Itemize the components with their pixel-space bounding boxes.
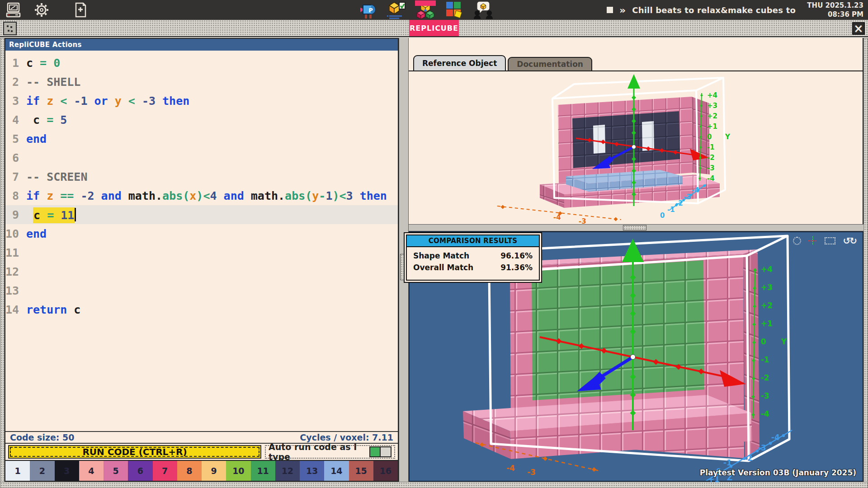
palette-swatch-5[interactable]: 5 — [104, 461, 128, 481]
code-line-9[interactable]: 9 c = 11 — [5, 205, 398, 224]
line-number: 7 — [5, 170, 26, 183]
palette-swatch-9[interactable]: 9 — [202, 461, 226, 481]
palette-swatch-3[interactable]: 3 — [55, 461, 79, 481]
axis-tick-label: +3 — [761, 283, 773, 292]
comparison-rows: Shape Match96.16%Overall Match91.36% — [407, 247, 539, 280]
line-number: 4 — [5, 113, 26, 127]
line-number: 13 — [5, 284, 26, 297]
axis-tick-label: +4 — [761, 265, 773, 274]
code-line-8[interactable]: 8if z == -2 and math.abs(x)<4 and math.a… — [5, 186, 398, 205]
palette-swatch-15[interactable]: 15 — [349, 461, 373, 481]
palette-swatch-2[interactable]: 2 — [30, 461, 54, 481]
code-line-11[interactable]: 11 — [5, 243, 398, 262]
verified-cube-icon[interactable] — [387, 0, 406, 19]
code-line-7[interactable]: 7-- SCREEN — [5, 167, 398, 186]
axis-tick-label: +1 — [761, 319, 773, 328]
editor-header: RepliCUBE Actions — [5, 39, 398, 51]
close-icon[interactable]: × — [852, 22, 865, 35]
horizontal-splitter[interactable] — [409, 224, 863, 231]
run-code-button[interactable]: RUN CODE (CTRL+R) — [8, 445, 261, 459]
axis-tick-label: +2 — [707, 112, 717, 120]
line-number: 10 — [5, 227, 26, 240]
code-line-3[interactable]: 3if z < -1 or y < -3 then — [5, 91, 398, 110]
axis-tick-label: +3 — [707, 102, 717, 110]
palette-swatch-1[interactable]: 1 — [5, 461, 30, 481]
code-line-12[interactable]: 12 — [5, 262, 398, 281]
palette-swatch-7[interactable]: 7 — [153, 461, 177, 481]
compare-row: Overall Match91.36% — [407, 262, 539, 273]
axis-tick-label: -4 — [692, 186, 699, 194]
code-line-4[interactable]: 4 c = 5 — [5, 110, 398, 129]
replicube-app-icon[interactable] — [416, 0, 435, 19]
color-palette: 12345678910111213141516 — [5, 460, 398, 481]
axis-tick-label: Y — [725, 133, 730, 141]
palette-swatch-4[interactable]: 4 — [79, 461, 104, 481]
move-axes-icon[interactable] — [808, 236, 817, 245]
window-icon[interactable] — [3, 22, 17, 35]
palette-swatch-10[interactable]: 10 — [226, 461, 250, 481]
axis-tick-label: -1 — [761, 355, 769, 364]
code-line-1[interactable]: 1c = 0 — [5, 53, 398, 72]
axis-tick-label: -2 — [707, 154, 715, 162]
splitter-grip[interactable] — [623, 225, 646, 230]
palette-swatch-16[interactable]: 16 — [373, 461, 398, 481]
code-size-label: Code size: 50 — [10, 432, 75, 442]
editor-controls: RUN CODE (CTRL+R) Auto run code as I typ… — [5, 443, 398, 460]
code-line-14[interactable]: 14return c — [5, 300, 398, 319]
system-clock: THU 2025.1.23 08:36 PM — [807, 1, 863, 19]
replicube-screen: P — [0, 0, 868, 488]
reference-3d-view[interactable]: +4+3+2+10-1-2-3-4Y-4-3-2-10-4-3 — [409, 71, 863, 224]
code-line-5[interactable]: 5end — [5, 129, 398, 148]
tab-reference-object[interactable]: Reference Object — [413, 55, 506, 71]
code-editor[interactable]: 1c = 02-- SHELL3if z < -1 or y < -3 then… — [5, 51, 398, 431]
svg-text:P: P — [368, 7, 373, 14]
music-stop-icon[interactable] — [607, 7, 613, 13]
window-frame-bottom — [0, 482, 868, 488]
system-buttons — [5, 2, 89, 18]
mailbox-icon[interactable]: P — [358, 0, 377, 19]
palette-swatch-13[interactable]: 13 — [300, 461, 324, 481]
axis-tick-label: -3 — [579, 217, 586, 225]
editor-status-bar: Code size: 50 Cycles / voxel: 7.11 — [5, 431, 398, 443]
code-line-2[interactable]: 2-- SHELL — [5, 72, 398, 91]
clock-time: 08:36 PM — [807, 10, 863, 19]
line-number: 2 — [5, 75, 26, 89]
axis-tick-label: -1 — [723, 458, 732, 467]
computer-icon[interactable] — [5, 2, 22, 18]
code-line-6[interactable]: 6 — [5, 148, 398, 167]
window-titlebar[interactable]: REPLICUBE × — [0, 20, 868, 37]
tab-documentation[interactable]: Documentation — [508, 57, 592, 71]
color-grid-icon[interactable] — [445, 0, 464, 19]
community-cube-icon[interactable] — [474, 0, 493, 19]
taskbar-app-icons: P — [358, 0, 493, 20]
palette-swatch-8[interactable]: 8 — [177, 461, 202, 481]
line-number: 5 — [5, 132, 26, 145]
autorun-setting: Auto run code as I type — [265, 445, 395, 459]
axis-tick-label: -3 — [527, 468, 536, 477]
selection-rect-icon[interactable] — [825, 237, 835, 244]
palette-swatch-11[interactable]: 11 — [251, 461, 275, 481]
comparison-results-title: COMPARISON RESULTS — [407, 235, 539, 247]
axis-tick-label: -2 — [675, 199, 683, 207]
music-skip-icon[interactable]: » — [619, 5, 626, 16]
line-number: 8 — [5, 189, 26, 202]
line-number: 12 — [5, 265, 26, 278]
line-number: 3 — [5, 94, 26, 108]
axis-tick-label: -3 — [761, 391, 769, 400]
palette-swatch-14[interactable]: 14 — [324, 461, 349, 481]
comparison-results-box: COMPARISON RESULTS Shape Match96.16%Over… — [404, 232, 542, 283]
settings-gear-icon[interactable] — [33, 2, 50, 18]
autorun-toggle[interactable] — [369, 446, 392, 457]
viewport-toolbar: ↺↻ — [793, 235, 856, 247]
code-line-13[interactable]: 13 — [5, 281, 398, 300]
axis-tick-label: -3 — [758, 443, 766, 452]
palette-swatch-6[interactable]: 6 — [128, 461, 152, 481]
top-system-bar: P — [0, 0, 868, 20]
palette-swatch-12[interactable]: 12 — [275, 461, 300, 481]
new-file-icon[interactable] — [72, 2, 89, 18]
rotate-view-icon[interactable]: ↺↻ — [843, 235, 856, 246]
axis-tick-label: -4 — [707, 174, 715, 183]
window-title: REPLICUBE — [409, 20, 459, 36]
code-line-10[interactable]: 10end — [5, 224, 398, 243]
selection-circle-icon[interactable] — [793, 237, 801, 245]
